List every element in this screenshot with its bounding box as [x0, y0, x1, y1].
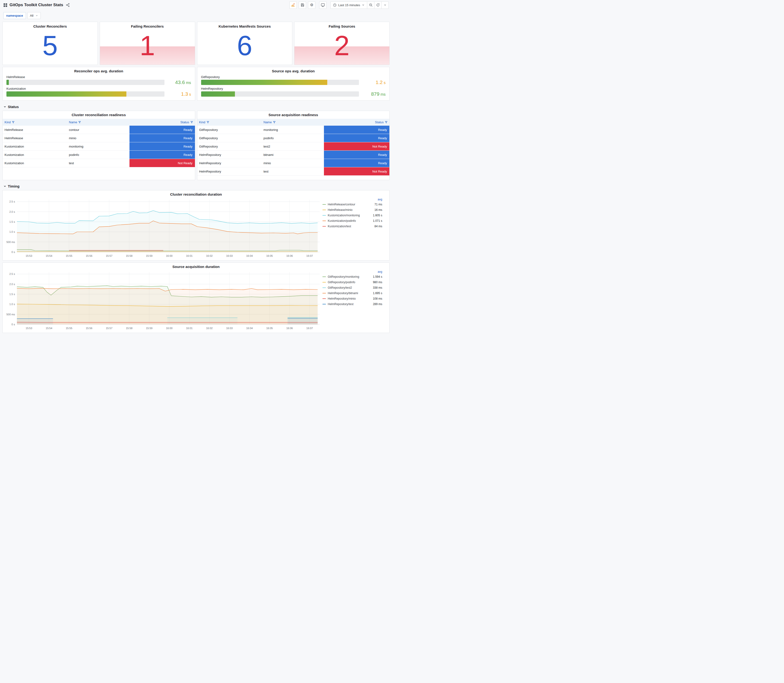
- time-series-plot[interactable]: 15:5315:5415:5515:5615:5715:5815:5916:00…: [5, 197, 321, 259]
- row-timing[interactable]: Timing: [2, 182, 390, 190]
- table-row: GitRepositorytest2Not Ready: [197, 142, 390, 151]
- status-badge: Ready: [324, 159, 390, 167]
- legend-item: HelmRepository/test289 ms: [322, 301, 382, 307]
- legend-series-name[interactable]: HelmRepository/bitnami: [328, 292, 358, 295]
- svg-text:16:01: 16:01: [186, 254, 193, 257]
- legend-series-marker: [322, 226, 326, 226]
- filter-icon[interactable]: [273, 121, 276, 123]
- zoom-out-button[interactable]: [367, 2, 374, 9]
- legend-series-name[interactable]: Kustomization/podinfo: [328, 219, 356, 223]
- name-cell: podinfo: [261, 134, 324, 142]
- gauge-value-number: 43.6: [175, 80, 185, 85]
- chevron-down-icon: [3, 105, 6, 108]
- kind-cell: Kustomization: [3, 151, 67, 159]
- add-panel-button[interactable]: [289, 2, 297, 9]
- table-panel: Source acquisition readinessKindNameStat…: [197, 111, 390, 180]
- variables-row: namespace All: [2, 10, 390, 22]
- status-badge: Not Ready: [130, 159, 195, 167]
- status-badge: Ready: [130, 151, 195, 159]
- panel-title[interactable]: Source ops avg. duration: [201, 67, 386, 74]
- panel-title[interactable]: Source acquisition readiness: [197, 111, 390, 117]
- panel-title[interactable]: Cluster reconciliation duration: [5, 191, 388, 197]
- gauge-value-unit: ms: [185, 81, 191, 85]
- row-status[interactable]: Status: [2, 103, 390, 111]
- gauge-value-unit: s: [383, 81, 386, 85]
- chart-panels: Cluster reconciliation duration15:5315:5…: [2, 190, 390, 333]
- legend-series-name[interactable]: Kustomization/test: [328, 224, 351, 228]
- filter-icon[interactable]: [12, 121, 14, 123]
- svg-text:500 ms: 500 ms: [6, 313, 15, 316]
- legend-series-marker: [322, 215, 326, 216]
- header-toolbar: ⚙ Last 15 minutes: [289, 2, 389, 9]
- filter-icon[interactable]: [78, 121, 81, 123]
- gauge-label: HelmRepository: [201, 87, 386, 90]
- legend-series-name[interactable]: GitRepository/test2: [328, 286, 352, 289]
- legend-series-name[interactable]: Kustomization/monitoring: [328, 214, 360, 217]
- namespace-dropdown[interactable]: All: [27, 12, 41, 19]
- refresh-interval-button[interactable]: [381, 2, 389, 9]
- svg-text:16:03: 16:03: [226, 327, 233, 330]
- legend-series-marker: [322, 293, 326, 293]
- zoom-out-icon: [369, 3, 373, 7]
- column-header-status[interactable]: Status: [324, 119, 390, 126]
- dashboard-settings-button[interactable]: ⚙: [308, 2, 315, 9]
- bargauge-panel: Reconciler ops avg. durationHelmRelease4…: [2, 67, 195, 101]
- section-title-timing: Timing: [8, 184, 19, 188]
- save-dashboard-button[interactable]: [299, 2, 306, 9]
- svg-text:16:02: 16:02: [206, 254, 213, 257]
- panel-title[interactable]: Cluster reconciliation readiness: [3, 111, 195, 117]
- gauge-label: Kustomization: [6, 87, 191, 90]
- legend-series-avg: 1.605 s: [373, 214, 382, 217]
- panel-title[interactable]: Reconciler ops avg. duration: [6, 67, 191, 74]
- legend-avg-header[interactable]: avg: [322, 198, 382, 201]
- filter-icon[interactable]: [385, 121, 388, 123]
- svg-text:15:59: 15:59: [146, 327, 152, 330]
- svg-text:16:04: 16:04: [246, 254, 253, 257]
- share-icon[interactable]: [66, 3, 70, 7]
- kind-cell: HelmRepository: [197, 151, 262, 159]
- stat-panels-row: Cluster Reconcilers5Failing Reconcilers1…: [2, 22, 390, 65]
- status-badge: Ready: [324, 151, 390, 159]
- legend-series-name[interactable]: GitRepository/monitoring: [328, 275, 359, 279]
- column-header-kind[interactable]: Kind: [197, 119, 262, 126]
- legend-series-name[interactable]: HelmRepository/test: [328, 303, 353, 306]
- status-badge: Ready: [324, 134, 390, 142]
- time-series-plot[interactable]: 15:5315:5415:5515:5615:5715:5815:5916:00…: [5, 269, 321, 331]
- chart-legend: avgGitRepository/monitoring1.594 sGitRep…: [321, 269, 384, 331]
- legend-series-avg: 84 ms: [374, 224, 382, 228]
- legend-series-avg: 338 ms: [373, 286, 382, 289]
- svg-text:15:55: 15:55: [66, 254, 72, 257]
- gear-icon: ⚙: [310, 3, 313, 7]
- legend-series-name[interactable]: GitRepository/podinfo: [328, 281, 355, 284]
- legend-avg-header[interactable]: avg: [322, 270, 382, 273]
- kind-cell: Kustomization: [3, 159, 67, 167]
- refresh-button[interactable]: [374, 2, 382, 9]
- name-cell: test2: [261, 142, 324, 151]
- filter-icon[interactable]: [191, 121, 193, 123]
- column-header-name[interactable]: Name: [261, 119, 324, 126]
- kind-cell: Kustomization: [3, 142, 67, 151]
- legend-series-name[interactable]: HelmRelease/minio: [328, 208, 353, 212]
- gauge-row: 879 ms: [201, 91, 386, 97]
- svg-text:1.0 s: 1.0 s: [9, 230, 15, 233]
- column-header-kind[interactable]: Kind: [3, 119, 67, 126]
- time-picker-button[interactable]: Last 15 minutes: [330, 2, 367, 9]
- svg-text:1.5 s: 1.5 s: [9, 220, 15, 223]
- name-cell: minio: [261, 159, 324, 167]
- chart-body: 15:5315:5415:5515:5615:5715:5815:5916:00…: [5, 197, 388, 259]
- dashboards-grid-icon[interactable]: [3, 3, 7, 7]
- cycle-view-mode-button[interactable]: [319, 2, 327, 9]
- column-header-name[interactable]: Name: [67, 119, 130, 126]
- legend-series-name[interactable]: HelmRepository/minio: [328, 297, 356, 300]
- svg-text:15:53: 15:53: [26, 327, 32, 330]
- column-header-status[interactable]: Status: [130, 119, 195, 126]
- filter-icon[interactable]: [207, 121, 209, 123]
- dashboard-header: GitOps Toolkit Cluster Stats ⚙ Last 15: [2, 0, 390, 10]
- gauge-track: [6, 80, 165, 85]
- gauge-item: Kustomization1.3 s: [6, 87, 191, 97]
- panel-title[interactable]: Source acquisition duration: [5, 263, 388, 269]
- legend-series-name[interactable]: HelmRelease/contour: [328, 203, 355, 206]
- svg-text:15:57: 15:57: [106, 327, 112, 330]
- chevron-down-icon: [362, 3, 365, 6]
- stat-value: 6: [237, 26, 253, 65]
